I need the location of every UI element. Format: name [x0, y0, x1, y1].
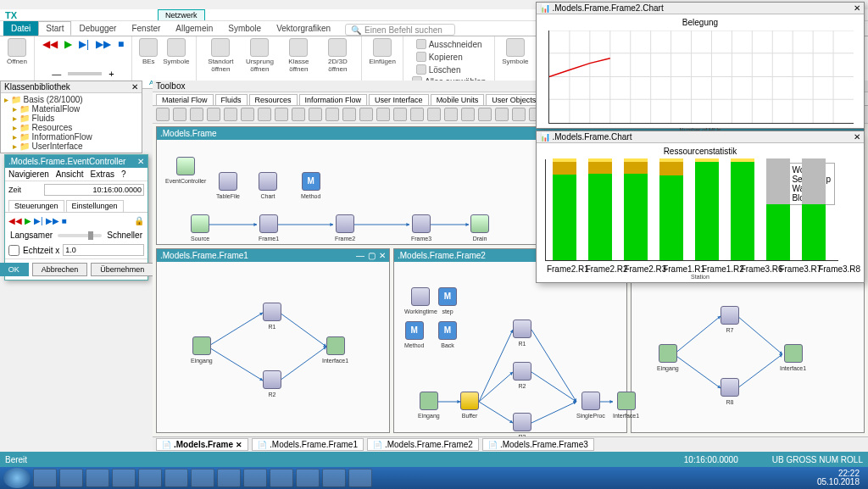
doctab-frame[interactable]: 📄 .Models.Frame ✕: [156, 438, 248, 451]
tool-connector[interactable]: [173, 108, 186, 121]
node-tablefile[interactable]: TableFile: [216, 172, 240, 200]
node-eventcontroller[interactable]: EventController: [165, 157, 206, 185]
node-frame2[interactable]: Frame2: [335, 214, 355, 242]
tool-buffer[interactable]: [292, 108, 305, 121]
tool-line[interactable]: [309, 108, 322, 121]
node-source[interactable]: Source: [191, 214, 209, 242]
tool-x2[interactable]: [359, 108, 373, 121]
doctab-frame1[interactable]: 📄 .Models.Frame.Frame1: [252, 438, 364, 451]
taskbar-ie[interactable]: [191, 469, 214, 487]
tool-drain[interactable]: [224, 108, 237, 121]
node-singleproc[interactable]: SingleProc: [576, 392, 605, 420]
evctl-menu-nav[interactable]: Navigieren: [8, 169, 49, 179]
taskbar-app14[interactable]: [348, 469, 372, 487]
vektor-tab[interactable]: Vektorgrafiken: [269, 21, 338, 36]
ev-play[interactable]: ▶: [25, 216, 31, 225]
max-icon[interactable]: ▢: [368, 251, 376, 260]
echtzeit-factor[interactable]: [63, 244, 144, 256]
tool-source[interactable]: [207, 108, 220, 121]
system-tray[interactable]: 22:2205.10.2018: [812, 470, 865, 486]
node-drain[interactable]: Drain: [470, 214, 489, 242]
symbole-button[interactable]: Symbole: [163, 38, 189, 65]
taskbar-onenote[interactable]: [270, 469, 293, 487]
taskbar-outlook[interactable]: [217, 469, 241, 487]
node-method[interactable]: MMethod: [301, 172, 320, 200]
node-interface1[interactable]: Interface1: [780, 344, 806, 372]
open-button[interactable]: Öffnen: [7, 38, 27, 65]
fenster-tab[interactable]: Fenster: [124, 21, 168, 36]
node-r7[interactable]: R7: [721, 306, 739, 334]
ev-stop[interactable]: ■: [62, 216, 67, 225]
node-step[interactable]: Mstep: [438, 287, 457, 315]
node-r2[interactable]: R2: [263, 370, 281, 398]
tool-x11[interactable]: [512, 108, 526, 121]
delete-button[interactable]: Löschen: [415, 64, 463, 75]
node-method[interactable]: MMethod: [404, 321, 424, 349]
start-button[interactable]: [3, 468, 31, 488]
frame1-canvas[interactable]: Eingang R1 R2 Interface1: [157, 262, 389, 432]
toolbox-tab-materialflow[interactable]: Material Flow: [156, 94, 214, 105]
tab-einstellungen[interactable]: Einstellungen: [66, 200, 124, 212]
ok-button[interactable]: OK: [0, 263, 29, 276]
ev-lock-icon[interactable]: 🔒: [134, 216, 144, 225]
node-r1[interactable]: R1: [263, 303, 281, 331]
doctab-frame2[interactable]: 📄 .Models.Frame.Frame2: [367, 438, 479, 451]
taskbar-excel[interactable]: [138, 469, 162, 487]
tool-assembly[interactable]: [275, 108, 288, 121]
taskbar-media[interactable]: [59, 469, 83, 487]
node-frame1[interactable]: Frame1: [259, 214, 279, 242]
ev-rewind[interactable]: ◀◀: [8, 216, 22, 225]
node-eingang[interactable]: Eingang: [191, 336, 213, 364]
bes-button[interactable]: BEs: [139, 38, 158, 65]
step-button[interactable]: ▶|: [79, 38, 89, 50]
allgemein-tab[interactable]: Allgemein: [168, 21, 220, 36]
copy-button[interactable]: Kopieren: [415, 51, 465, 63]
ursprung-button[interactable]: Ursprung öffnen: [242, 38, 276, 73]
tool-single[interactable]: [241, 108, 254, 121]
symbole2-button[interactable]: Symbole: [502, 38, 528, 65]
taskbar-project[interactable]: [86, 469, 109, 487]
tool-x8[interactable]: [461, 108, 475, 121]
taskbar-firefox[interactable]: [112, 469, 136, 487]
node-back[interactable]: MBack: [438, 321, 457, 349]
node-buffer[interactable]: Buffer: [460, 392, 479, 420]
minus-button[interactable]: —: [52, 69, 61, 79]
belegung-close-icon[interactable]: ✕: [854, 3, 860, 13]
toolbox-tab-mobile[interactable]: Mobile Units: [431, 94, 485, 105]
toolbox-tab-user[interactable]: User Objects: [486, 94, 542, 105]
toolbox-tab-resources[interactable]: Resources: [249, 94, 298, 105]
taskbar-powerpoint[interactable]: [243, 469, 267, 487]
close-icon[interactable]: ✕: [379, 251, 386, 260]
node-frame3[interactable]: Frame3: [411, 214, 431, 242]
echtzeit-checkbox[interactable]: [8, 245, 19, 256]
tool-x6[interactable]: [427, 108, 441, 121]
doctab-frame3[interactable]: 📄 .Models.Frame.Frame3: [482, 438, 594, 451]
command-search[interactable]: 🔍 Einen Befehl suchen: [345, 24, 455, 36]
tool-x4[interactable]: [393, 108, 407, 121]
ev-step[interactable]: ▶|: [34, 216, 43, 225]
node-eingang[interactable]: Eingang: [418, 392, 440, 420]
toolbox-tab-ui[interactable]: User Interface: [369, 94, 429, 105]
context-tab-network[interactable]: Netzwerk: [158, 9, 205, 20]
debugger-tab[interactable]: Debugger: [71, 21, 124, 36]
file-tab[interactable]: Datei: [3, 21, 38, 36]
tool-x7[interactable]: [444, 108, 458, 121]
tool-cursor[interactable]: [156, 108, 170, 121]
symbole-tab[interactable]: Symbole: [220, 21, 269, 36]
classlib-close-icon[interactable]: ✕: [131, 82, 138, 92]
evctl-menu-extras[interactable]: Extras: [91, 169, 114, 179]
node-eingang[interactable]: Eingang: [657, 344, 679, 372]
evctl-menu-help[interactable]: ?: [121, 169, 126, 179]
tool-frame[interactable]: [190, 108, 203, 121]
tab-steuerungen[interactable]: Steuerungen: [8, 200, 64, 212]
tool-x3[interactable]: [376, 108, 390, 121]
plus-button[interactable]: +: [108, 69, 114, 79]
node-interface1[interactable]: Interface1: [322, 336, 348, 364]
toolbox-tab-informationflow[interactable]: Information Flow: [299, 94, 368, 105]
ressourcen-close-icon[interactable]: ✕: [854, 132, 860, 142]
tool-x9[interactable]: [478, 108, 492, 121]
node-chart[interactable]: Chart: [259, 172, 277, 200]
node-r2[interactable]: R2: [513, 362, 531, 390]
view2d3d-button[interactable]: 2D/3D öffnen: [320, 38, 354, 73]
node-r8[interactable]: R8: [721, 378, 739, 406]
